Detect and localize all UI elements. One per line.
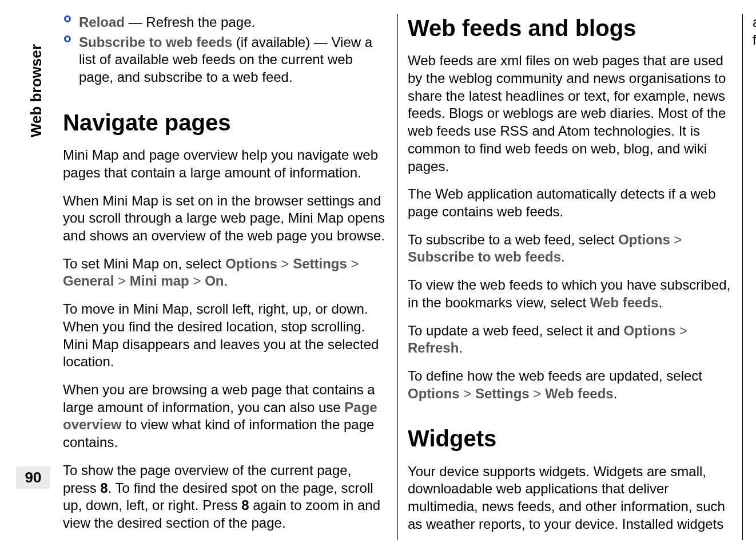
list-item: Reload — Refresh the page. (63, 14, 387, 31)
list-desc: — Refresh the page. (125, 14, 255, 30)
bullet-icon (64, 15, 71, 22)
body-text: To update a web feed, select it and Opti… (408, 322, 732, 357)
body-text: To view the web feeds to which you have … (408, 276, 732, 311)
page-number: 90 (16, 466, 50, 489)
heading-widgets: Widgets (408, 424, 732, 453)
page-content: Reload — Refresh the page. Subscribe to … (63, 14, 732, 540)
list-item: Subscribe to web feeds (if available) — … (63, 34, 387, 86)
section-label: Web browser (27, 44, 45, 137)
body-text: When you are browsing a web page that co… (63, 381, 387, 452)
body-text: To move in Mini Map, scroll left, right,… (63, 300, 387, 371)
body-text: Mini Map and page overview help you navi… (63, 147, 387, 181)
body-text: Web feeds are xml files on web pages tha… (408, 52, 732, 175)
list-term: Reload (79, 14, 125, 30)
bullet-icon (64, 35, 71, 42)
bullet-list: Reload — Refresh the page. Subscribe to … (63, 14, 387, 86)
body-text: The Web application automatically detect… (408, 185, 732, 220)
body-text: To show the page overview of the current… (63, 462, 387, 532)
list-term: Subscribe to web feeds (79, 34, 232, 50)
heading-web-feeds: Web feeds and blogs (408, 14, 732, 43)
body-text: To subscribe to a web feed, select Optio… (408, 231, 732, 266)
heading-navigate-pages: Navigate pages (63, 108, 387, 137)
body-text: To define how the web feeds are updated,… (408, 367, 732, 402)
sidebar: Web browser (23, 17, 43, 527)
body-text: When Mini Map is set on in the browser s… (63, 192, 387, 245)
body-text: To set Mini Map on, select Options > Set… (63, 255, 387, 290)
